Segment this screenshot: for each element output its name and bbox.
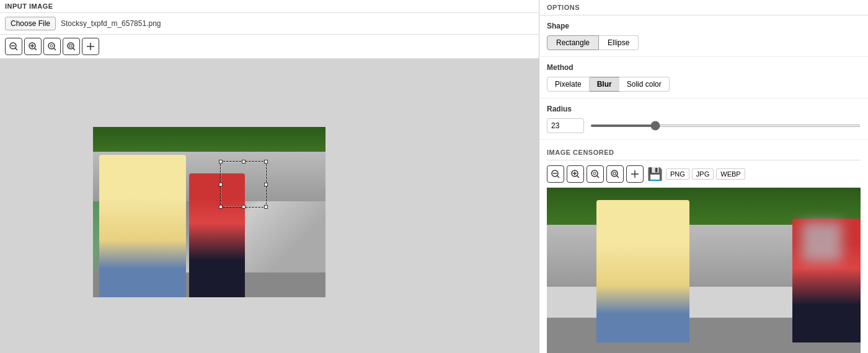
save-button[interactable]: 💾: [646, 165, 663, 183]
format-png-button[interactable]: PNG: [666, 168, 689, 180]
censored-add-icon: [630, 169, 640, 179]
zoom-out-icon: [9, 41, 19, 51]
options-header: OPTIONS: [539, 0, 868, 15]
svg-rect-12: [69, 45, 72, 47]
radius-slider[interactable]: [590, 124, 861, 127]
radius-row: [547, 118, 861, 133]
censored-header: IMAGE CENSORED: [547, 145, 861, 160]
shape-button-group: Rectangle Ellipse: [547, 35, 861, 50]
right-panel: OPTIONS Shape Rectangle Ellipse Method P…: [539, 0, 868, 353]
svg-point-8: [50, 45, 53, 47]
zoom-out-button[interactable]: [5, 38, 22, 55]
image-container: [93, 127, 326, 297]
handle-bottom-mid[interactable]: [242, 205, 246, 209]
selection-box[interactable]: [220, 161, 267, 207]
choose-file-button[interactable]: Choose File: [5, 17, 56, 30]
svg-point-23: [593, 172, 596, 175]
format-jpg-button[interactable]: JPG: [692, 168, 714, 180]
handle-top-right[interactable]: [264, 160, 268, 163]
shape-label: Shape: [547, 22, 861, 30]
zoom-in-icon: [28, 41, 38, 51]
file-name-label: Stocksy_txpfd_m_657851.png: [61, 19, 161, 28]
censored-zoom-out-icon: [551, 169, 560, 179]
svg-line-11: [73, 48, 76, 51]
format-webp-button[interactable]: WEBP: [716, 168, 745, 180]
zoom-fit-button[interactable]: [43, 38, 61, 55]
censored-canvas: [547, 188, 861, 353]
input-canvas[interactable]: [0, 59, 539, 353]
method-section: Method Pixelate Blur Solid color: [539, 57, 868, 98]
file-row: Choose File Stocksy_txpfd_m_657851.png: [0, 13, 539, 35]
zoom-toolbar: [0, 35, 539, 59]
censored-left-person: [596, 200, 689, 342]
radius-input[interactable]: [547, 118, 584, 133]
shape-rectangle-button[interactable]: Rectangle: [547, 35, 599, 50]
method-pixelate-button[interactable]: Pixelate: [547, 77, 590, 92]
add-icon: [86, 41, 95, 51]
svg-line-21: [577, 176, 580, 178]
svg-rect-27: [613, 172, 616, 175]
handle-bottom-left[interactable]: [219, 205, 223, 209]
method-blur-button[interactable]: Blur: [590, 77, 619, 92]
image-censored-section: IMAGE CENSORED: [539, 140, 868, 353]
svg-line-24: [597, 176, 600, 178]
censored-zoom-out-button[interactable]: [547, 165, 564, 183]
photo-left-person: [99, 155, 186, 297]
svg-line-9: [54, 48, 56, 51]
add-region-button[interactable]: [82, 38, 99, 55]
censored-blur-face: [802, 222, 842, 262]
method-label: Method: [547, 63, 861, 72]
radius-label: Radius: [547, 105, 861, 113]
shape-ellipse-button[interactable]: Ellipse: [599, 35, 639, 50]
input-image: [93, 127, 326, 297]
censored-zoom-in-button[interactable]: [567, 165, 584, 183]
censored-add-button[interactable]: [626, 165, 644, 183]
svg-line-6: [35, 48, 37, 51]
handle-bottom-right[interactable]: [264, 205, 268, 209]
handle-top-mid[interactable]: [242, 160, 246, 163]
censored-zoom-fit-button[interactable]: [587, 165, 604, 183]
censored-zoom-fit-icon: [590, 169, 600, 179]
app-layout: INPUT IMAGE Choose File Stocksy_txpfd_m_…: [0, 0, 868, 353]
zoom-reset-button[interactable]: [63, 38, 80, 55]
censored-zoom-reset-icon: [610, 169, 620, 179]
zoom-fit-icon: [47, 41, 57, 51]
handle-left-mid[interactable]: [219, 183, 223, 186]
method-button-group: Pixelate Blur Solid color: [547, 77, 861, 92]
handle-right-mid[interactable]: [264, 183, 268, 186]
input-image-header: INPUT IMAGE: [0, 0, 539, 13]
svg-line-2: [16, 48, 18, 51]
svg-line-17: [557, 176, 560, 178]
censored-zoom-reset-button[interactable]: [606, 165, 624, 183]
method-solidcolor-button[interactable]: Solid color: [619, 77, 670, 92]
left-panel: INPUT IMAGE Choose File Stocksy_txpfd_m_…: [0, 0, 539, 353]
radius-section: Radius: [539, 98, 868, 140]
zoom-reset-icon: [66, 41, 76, 51]
svg-line-26: [617, 176, 619, 178]
censored-toolbar: 💾 PNG JPG WEBP: [547, 165, 861, 183]
censored-zoom-in-icon: [570, 169, 580, 179]
zoom-in-button[interactable]: [24, 38, 42, 55]
shape-section: Shape Rectangle Ellipse: [539, 15, 868, 57]
handle-top-left[interactable]: [219, 160, 223, 163]
